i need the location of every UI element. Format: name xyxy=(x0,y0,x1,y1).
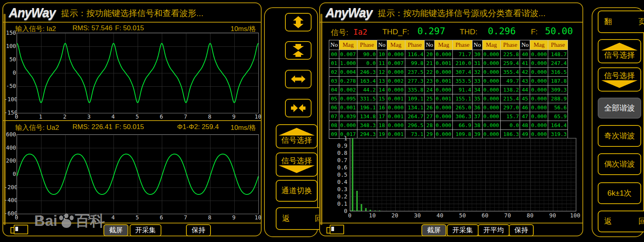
storage-card-icon xyxy=(326,225,345,234)
harmonic-no: 20 xyxy=(425,50,435,59)
start-capture-button[interactable]: 开采集 xyxy=(130,224,161,236)
harmonic-no: 31 xyxy=(472,59,482,68)
screenshot-button[interactable]: 截屏 xyxy=(421,224,446,236)
wave1-x-tick: 1 xyxy=(36,113,45,120)
spectrum-x-tick: 30 xyxy=(412,212,423,219)
wave2-rms: RMS: 226.41 xyxy=(72,123,112,131)
harmonic-bar-7 xyxy=(365,208,367,211)
harmonic-no: 08 xyxy=(329,121,339,130)
harmonic-table-row: 060.001196.1160.000134.1260.000265.0360.… xyxy=(329,103,568,112)
harmonic-phase: 44.2 xyxy=(357,86,377,94)
harmonic-no: 04 xyxy=(329,86,339,94)
spectrum-x-tick: 0 xyxy=(344,212,355,219)
harmonic-phase: 73.1 xyxy=(405,130,425,139)
harmonic-mag: 0.000 xyxy=(530,103,548,112)
signal-select-down-button[interactable]: 信号选择 xyxy=(276,152,318,177)
wave1-y-tick: 100 xyxy=(4,43,16,49)
wave1-y-ticks: 150100500-50-100-150 xyxy=(4,33,17,118)
wave1-x-ticks: 012345678910 xyxy=(17,113,260,120)
signal-select-down-button[interactable]: 信号选择 xyxy=(598,67,641,92)
odd-harmonics-button[interactable]: 奇次谐波 xyxy=(598,125,641,147)
col-header-phase: Phase xyxy=(357,40,377,50)
even-harmonics-button[interactable]: 偶次谐波 xyxy=(598,153,641,175)
compress-horizontal-button[interactable] xyxy=(285,99,312,117)
harmonic-mag: 0.000 xyxy=(482,103,500,112)
back-button[interactable]: 返 回 xyxy=(598,211,644,232)
harmonic-mag: 0.000 xyxy=(482,130,500,139)
harmonic-phase: 215.4 xyxy=(500,94,520,103)
signal-label: 信号: xyxy=(331,27,348,38)
harmonic-phase: 56.6 xyxy=(548,103,568,112)
harmonic-no: 13 xyxy=(377,77,387,86)
wave1-x-tick: 0 xyxy=(12,113,21,120)
wave2-x-tick: 4 xyxy=(109,214,118,221)
harmonic-mag: 0.000 xyxy=(339,121,357,130)
harmonic-phase: 90.0 xyxy=(357,50,377,59)
compress-vertical-button[interactable] xyxy=(285,41,312,60)
back-label-left: 返 xyxy=(282,213,290,224)
harmonic-mag: 0.000 xyxy=(530,50,548,59)
wave2-y-tick: -200 xyxy=(4,184,16,190)
col-header-no: No xyxy=(472,40,482,50)
harmonic-phase: 99.8 xyxy=(405,59,425,68)
wave2-y-ticks: 6004002000-200-400-600 xyxy=(4,134,17,219)
harmonic-phase: 49.7 xyxy=(500,77,520,86)
harmonic-mag: 0.000 xyxy=(387,103,405,112)
panel-left-accent xyxy=(320,14,322,225)
page-flip-button[interactable]: 翻 页 xyxy=(598,10,644,33)
harmonic-phase: 309.3 xyxy=(548,86,568,94)
triangle-up-icon xyxy=(279,128,315,136)
harmonic-phase: 331.5 xyxy=(357,94,377,103)
harmonic-phase: 186.3 xyxy=(500,130,520,139)
wave1-y-tick: -100 xyxy=(4,96,16,102)
harmonic-mag: 0.000 xyxy=(435,112,453,121)
channel-switch-label: 通道切换 xyxy=(281,186,312,196)
harmonic-phase: 116.4 xyxy=(405,50,425,59)
harmonic-mag: 0.000 xyxy=(530,94,548,103)
wave2-y-tick: -400 xyxy=(4,197,16,203)
harmonic-phase: 134.8 xyxy=(357,112,377,121)
hold-button[interactable]: 保持 xyxy=(186,224,211,236)
col-header-no: No xyxy=(329,40,339,50)
signal-select-up-button[interactable]: 信号选择 xyxy=(276,124,318,148)
expand-horizontal-button[interactable] xyxy=(285,70,312,88)
expand-vertical-button[interactable] xyxy=(285,13,312,31)
spectrum-x-tick: 70 xyxy=(502,212,513,219)
all-harmonics-button[interactable]: 全部谐波 xyxy=(598,98,641,119)
harmonic-phase: 91.4 xyxy=(453,86,473,94)
harmonic-phase: 148.7 xyxy=(548,50,568,59)
start-average-button[interactable]: 开平均 xyxy=(478,224,510,236)
wave1-x-tick: 2 xyxy=(60,113,69,120)
spectrum-y-ticks: 10.90.80.70.60.50.40.30.20.10 xyxy=(335,138,348,215)
start-capture-button[interactable]: 开采集 xyxy=(447,224,479,236)
spectrum-y-tick: 1 xyxy=(335,135,347,142)
harmonic-table-row: 020.004246.3120.000237.5220.000307.4320.… xyxy=(329,68,568,77)
harmonic-phase: 71.7 xyxy=(453,50,473,59)
channel-switch-button[interactable]: 通道切换 xyxy=(276,180,318,202)
harmonic-mag: 0.000 xyxy=(530,59,548,68)
harmonic-no: 02 xyxy=(329,68,339,77)
harmonic-phase: 0.0 xyxy=(357,59,377,68)
harmonic-phase: 306.3 xyxy=(453,112,473,121)
harmonic-mag: 0.001 xyxy=(387,112,405,121)
screenshot-button[interactable]: 截屏 xyxy=(103,224,128,236)
harmonic-mag: 0.000 xyxy=(482,68,500,77)
harmonic-no: 14 xyxy=(377,86,387,94)
harmonic-no: 06 xyxy=(329,103,339,112)
harmonic-phase: 264.7 xyxy=(405,112,425,121)
spectrum-x-tick: 100 xyxy=(570,212,581,219)
signal-select-up-button[interactable]: 信号选择 xyxy=(598,39,641,63)
harmonic-table-row: 050.095331.5150.001109.1250.001155.1350.… xyxy=(329,94,568,103)
wave2-freq: F: 50.015 xyxy=(115,123,144,131)
harmonic-phase: 348.3 xyxy=(357,121,377,130)
harmonic-mag: 0.000 xyxy=(482,121,500,130)
harmonic-mag: 0.000 xyxy=(435,130,453,139)
harmonic-phase: 277.3 xyxy=(405,77,425,86)
six-k-harmonics-button[interactable]: 6k±1次 xyxy=(598,182,641,204)
harmonic-no: 19 xyxy=(377,130,387,139)
spectrum-x-tick: 40 xyxy=(434,212,446,219)
harmonic-phase: 353.5 xyxy=(453,77,473,86)
harmonic-mag: 0.000 xyxy=(482,50,500,59)
harmonic-bar-2 xyxy=(354,211,355,211)
hold-button[interactable]: 保持 xyxy=(509,224,534,236)
